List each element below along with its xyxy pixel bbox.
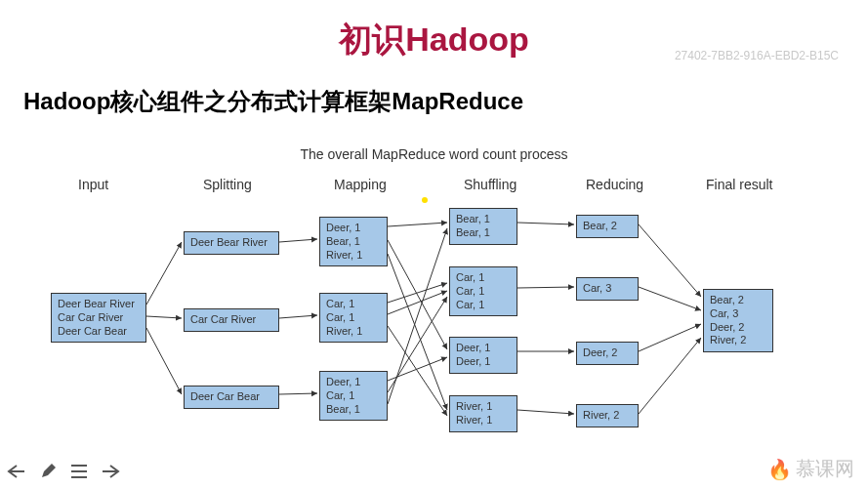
- split-box-1: Car Car River: [184, 308, 279, 332]
- svg-line-3: [279, 239, 317, 242]
- brand-text: 慕课网: [796, 456, 854, 482]
- svg-line-4: [279, 315, 317, 318]
- svg-line-5: [279, 393, 317, 394]
- next-slide-button[interactable]: [100, 461, 121, 482]
- reduce-box-3: River, 2: [576, 404, 639, 427]
- reduce-box-2: Deer, 2: [576, 342, 639, 365]
- svg-line-15: [517, 223, 574, 224]
- svg-line-0: [146, 242, 182, 305]
- reduce-box-0: Bear, 2: [576, 215, 639, 238]
- map-box-0: Deer, 1Bear, 1River, 1: [319, 217, 388, 266]
- svg-line-18: [517, 410, 574, 414]
- map-box-1: Car, 1Car, 1River, 1: [319, 293, 388, 343]
- svg-line-22: [639, 338, 701, 414]
- presenter-toolbar: [6, 461, 121, 482]
- reduce-box-1: Car, 3: [576, 277, 639, 301]
- brand-watermark: 🔥 慕课网: [767, 456, 854, 482]
- map-box-2: Deer, 1Car, 1Bear, 1: [319, 371, 388, 421]
- svg-line-13: [388, 297, 447, 392]
- split-box-2: Deer Car Bear: [184, 386, 279, 409]
- svg-line-16: [517, 287, 574, 288]
- shuffle-box-3: River, 1River, 1: [449, 395, 517, 432]
- slide-canvas: { "header": { "title": "初识Hadoop", "wate…: [0, 0, 868, 488]
- flame-icon: 🔥: [767, 458, 792, 481]
- svg-line-14: [388, 228, 447, 404]
- col-label-reducing: Reducing: [586, 177, 643, 192]
- svg-line-12: [388, 357, 447, 381]
- pen-tool-button[interactable]: [37, 461, 59, 482]
- split-box-0: Deer Bear River: [184, 231, 279, 255]
- slide-subtitle: Hadoop核心组件之分布式计算框架MapReduce: [23, 86, 523, 117]
- svg-line-10: [388, 291, 447, 314]
- col-label-result: Final result: [706, 177, 772, 192]
- svg-line-11: [388, 326, 447, 416]
- result-box: Bear, 2Car, 3Deer, 2River, 2: [703, 289, 773, 352]
- svg-line-7: [388, 240, 447, 349]
- svg-line-1: [146, 316, 182, 318]
- prev-slide-button[interactable]: [6, 461, 27, 482]
- shuffle-box-0: Bear, 1Bear, 1: [449, 208, 517, 245]
- col-label-mapping: Mapping: [334, 177, 387, 192]
- input-box: Deer Bear RiverCar Car RiverDeer Car Bea…: [51, 293, 146, 343]
- col-label-input: Input: [78, 177, 108, 192]
- diagram-caption: The overall MapReduce word count process: [0, 146, 868, 162]
- svg-line-19: [639, 224, 701, 297]
- svg-line-20: [639, 287, 701, 310]
- svg-line-8: [388, 254, 447, 410]
- shuffle-box-1: Car, 1Car, 1Car, 1: [449, 266, 517, 316]
- laser-pointer-icon: [422, 197, 428, 203]
- col-label-splitting: Splitting: [203, 177, 252, 192]
- menu-button[interactable]: [68, 461, 90, 482]
- svg-line-2: [146, 328, 182, 394]
- watermark-id: 27402-7BB2-916A-EBD2-B15C: [675, 49, 839, 62]
- col-label-shuffling: Shuffling: [464, 177, 517, 192]
- svg-line-21: [639, 324, 701, 351]
- shuffle-box-2: Deer, 1Deer, 1: [449, 337, 517, 374]
- svg-line-6: [388, 223, 447, 226]
- diagram-arrows: [0, 0, 868, 488]
- svg-line-9: [388, 283, 447, 303]
